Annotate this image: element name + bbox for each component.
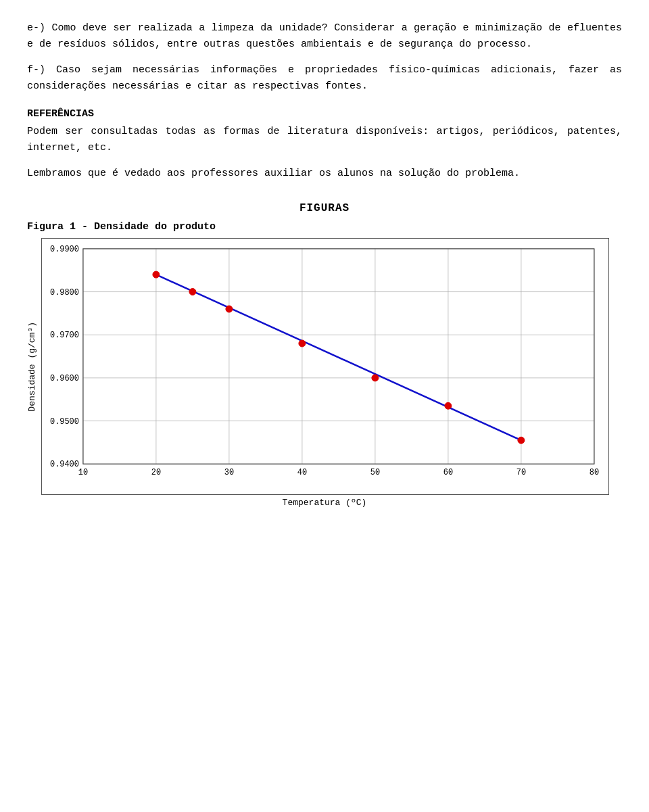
svg-text:40: 40	[297, 468, 307, 477]
paragraph-2: f-) Caso sejam necessárias informações e…	[27, 62, 622, 95]
svg-point-35	[445, 402, 452, 409]
references-body: Podem ser consultadas todas as formas de…	[27, 126, 622, 153]
svg-text:20: 20	[151, 468, 161, 477]
warning-text: Lembramos que é vedado aos professores a…	[27, 166, 622, 182]
chart-wrap: Densidade (g/cm³) 0.94000.95000.96000.97…	[27, 238, 622, 495]
svg-point-32	[226, 306, 233, 312]
svg-rect-28	[83, 249, 594, 464]
figure1-title: Figura 1 - Densidade do produto	[27, 221, 622, 233]
svg-text:30: 30	[224, 468, 234, 477]
y-axis-label: Densidade (g/cm³)	[27, 322, 37, 412]
references-heading: REFERÊNCIAS	[27, 108, 622, 120]
paragraph-2-text: f-) Caso sejam necessárias informações e…	[27, 64, 622, 92]
paragraph-1: e-) Como deve ser realizada a limpeza da…	[27, 20, 622, 53]
paragraph-1-text: e-) Como deve ser realizada a limpeza da…	[27, 22, 622, 50]
warning-body: Lembramos que é vedado aos professores a…	[27, 168, 520, 179]
svg-point-34	[372, 375, 379, 381]
references-text: Podem ser consultadas todas as formas de…	[27, 124, 622, 156]
svg-point-36	[518, 437, 525, 444]
svg-point-33	[299, 340, 306, 347]
svg-line-29	[156, 274, 521, 440]
figures-heading: FIGURAS	[27, 202, 622, 214]
svg-text:60: 60	[443, 468, 453, 477]
svg-text:70: 70	[516, 468, 526, 477]
x-axis-label: Temperatura (ºC)	[27, 498, 622, 508]
svg-text:0.9900: 0.9900	[50, 245, 79, 254]
density-chart: 0.94000.95000.96000.97000.98000.99001020…	[41, 238, 609, 495]
figure1-subtitle: - Densidade do produto	[76, 221, 216, 233]
svg-text:0.9800: 0.9800	[50, 288, 79, 297]
chart-container: Densidade (g/cm³) 0.94000.95000.96000.97…	[27, 238, 622, 508]
svg-text:0.9500: 0.9500	[50, 417, 79, 427]
svg-text:10: 10	[78, 468, 88, 477]
svg-text:0.9400: 0.9400	[50, 460, 79, 469]
svg-point-30	[153, 271, 160, 278]
svg-text:80: 80	[590, 468, 599, 477]
svg-text:0.9600: 0.9600	[50, 374, 79, 383]
svg-point-31	[189, 289, 196, 295]
svg-text:50: 50	[370, 468, 380, 477]
svg-text:0.9700: 0.9700	[50, 331, 79, 340]
figure1-title-bold: Figura 1	[27, 221, 76, 233]
